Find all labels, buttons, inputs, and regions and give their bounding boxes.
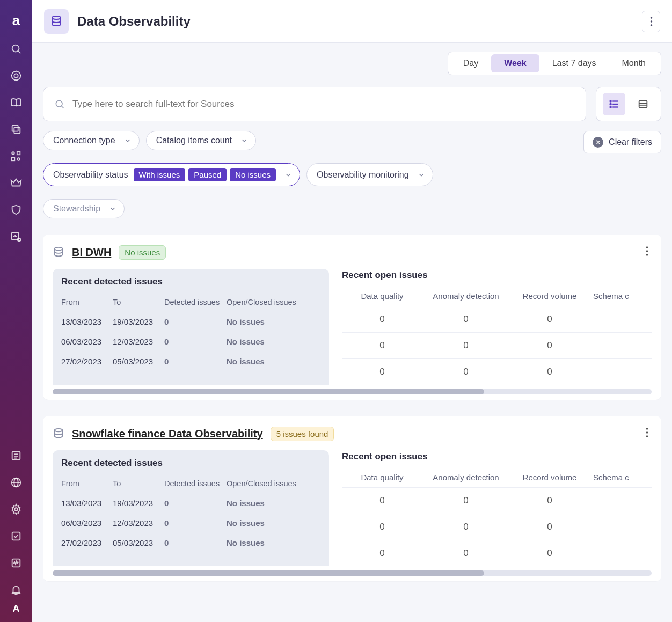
scrollbar-thumb[interactable] [53, 389, 484, 394]
list-view-button[interactable] [603, 93, 625, 115]
check-square-icon[interactable] [10, 530, 22, 542]
detected-count-cell: 0 [164, 538, 223, 547]
data-quality-cell: 0 [342, 522, 422, 532]
card-menu-button[interactable] [642, 243, 652, 261]
search-container [43, 87, 586, 121]
svg-point-43 [646, 431, 648, 434]
open-row: 0 0 0 [342, 487, 652, 514]
scrollbar-thumb[interactable] [53, 570, 484, 576]
bell-icon[interactable] [10, 584, 22, 596]
filter-connection-type[interactable]: Connection type [43, 131, 140, 150]
from-cell: 27/02/2023 [61, 357, 109, 366]
record-volume-cell: 0 [509, 548, 590, 559]
data-quality-cell: 0 [342, 548, 422, 559]
sidebar-letter[interactable]: A [13, 603, 20, 614]
data-quality-cell: 0 [342, 495, 422, 506]
svg-rect-5 [12, 126, 18, 131]
from-cell: 06/03/2023 [61, 337, 109, 346]
filter-catalog-items-count[interactable]: Catalog items count [146, 131, 256, 150]
header-menu-button[interactable] [642, 11, 660, 32]
copy-icon[interactable] [10, 123, 22, 135]
filter-observability-monitoring[interactable]: Observability monitoring [306, 163, 433, 186]
open-closed-cell: No issues [227, 317, 312, 326]
search-icon [54, 99, 65, 109]
list-icon[interactable] [10, 450, 22, 462]
open-closed-cell: No issues [227, 538, 312, 547]
from-cell: 27/02/2023 [61, 538, 109, 547]
to-cell: 05/03/2023 [113, 357, 161, 366]
from-cell: 13/03/2023 [61, 499, 109, 508]
chevron-down-icon [418, 171, 425, 179]
activity-icon[interactable] [10, 557, 22, 569]
recent-open-panel: Recent open issues Data qualityAnomaly d… [342, 269, 652, 385]
detected-count-cell: 0 [164, 499, 223, 508]
svg-point-40 [646, 254, 648, 256]
recent-detected-title: Recent detected issues [61, 276, 320, 287]
status-badge: 5 issues found [271, 427, 334, 441]
svg-point-22 [52, 16, 61, 19]
table-view-button[interactable] [632, 93, 654, 115]
source-card: BI DWH No issues Recent detected issues … [43, 235, 661, 400]
globe-icon[interactable] [10, 477, 22, 488]
chevron-down-icon [124, 137, 132, 144]
time-tab-week[interactable]: Week [491, 54, 539, 72]
svg-point-25 [650, 24, 652, 26]
database-icon [53, 246, 64, 258]
diagram-icon[interactable] [10, 150, 22, 162]
open-closed-cell: No issues [227, 499, 312, 508]
svg-point-32 [610, 106, 611, 107]
source-title-link[interactable]: Snowflake finance Data Observability [72, 428, 263, 440]
data-quality-cell: 0 [342, 367, 422, 377]
detected-table-head: FromToDetected issuesOpen/Closed issues [61, 479, 320, 488]
analytics-icon[interactable] [10, 231, 22, 243]
database-icon [44, 9, 69, 34]
status-badge: No issues [119, 245, 166, 260]
svg-point-19 [14, 508, 18, 511]
anomaly-detection-cell: 0 [426, 367, 506, 377]
close-icon: ✕ [593, 137, 603, 148]
from-cell: 06/03/2023 [61, 518, 109, 528]
anomaly-detection-cell: 0 [426, 495, 506, 506]
crown-icon[interactable] [10, 177, 22, 189]
time-tab-month[interactable]: Month [609, 54, 659, 72]
filter-observability-status[interactable]: Observability status With issuesPausedNo… [43, 163, 300, 186]
search-nav-icon[interactable] [10, 43, 22, 55]
card-menu-button[interactable] [642, 425, 652, 443]
svg-rect-4 [14, 127, 20, 133]
horizontal-scrollbar[interactable] [53, 570, 652, 576]
to-cell: 19/03/2023 [113, 499, 161, 508]
source-title-link[interactable]: BI DWH [72, 246, 111, 259]
app-logo[interactable]: a [9, 13, 24, 28]
time-tab-last-7-days[interactable]: Last 7 days [539, 54, 609, 72]
open-row: 0 0 0 [342, 306, 652, 332]
search-input[interactable] [72, 99, 575, 109]
shield-icon[interactable] [10, 204, 22, 216]
chevron-down-icon [109, 205, 116, 213]
svg-point-6 [12, 152, 14, 155]
to-cell: 05/03/2023 [113, 538, 161, 547]
time-tab-day[interactable]: Day [450, 54, 491, 72]
status-chip[interactable]: No issues [230, 168, 276, 181]
status-chip[interactable]: With issues [134, 168, 186, 181]
svg-point-26 [56, 100, 62, 107]
chevron-down-icon [240, 137, 248, 144]
svg-rect-20 [12, 532, 20, 540]
open-row: 0 0 0 [342, 332, 652, 358]
clear-filters-label: Clear filters [609, 137, 652, 147]
filter-catalog-items-count-label: Catalog items count [156, 136, 232, 145]
svg-rect-34 [639, 101, 647, 108]
svg-line-1 [18, 51, 20, 53]
target-icon[interactable] [10, 70, 22, 82]
status-chip[interactable]: Paused [188, 168, 227, 181]
horizontal-scrollbar[interactable] [53, 389, 652, 394]
record-volume-cell: 0 [509, 367, 590, 377]
open-row: 0 0 0 [342, 358, 652, 385]
source-card: Snowflake finance Data Observability 5 i… [43, 416, 661, 581]
detected-count-cell: 0 [164, 317, 223, 326]
from-cell: 13/03/2023 [61, 317, 109, 326]
filter-stewardship[interactable]: Stewardship [43, 199, 125, 218]
detected-row: 27/02/2023 05/03/2023 0 No issues [61, 533, 320, 553]
gear-icon[interactable] [10, 503, 22, 515]
book-icon[interactable] [10, 97, 22, 108]
clear-filters-button[interactable]: ✕ Clear filters [583, 131, 661, 153]
